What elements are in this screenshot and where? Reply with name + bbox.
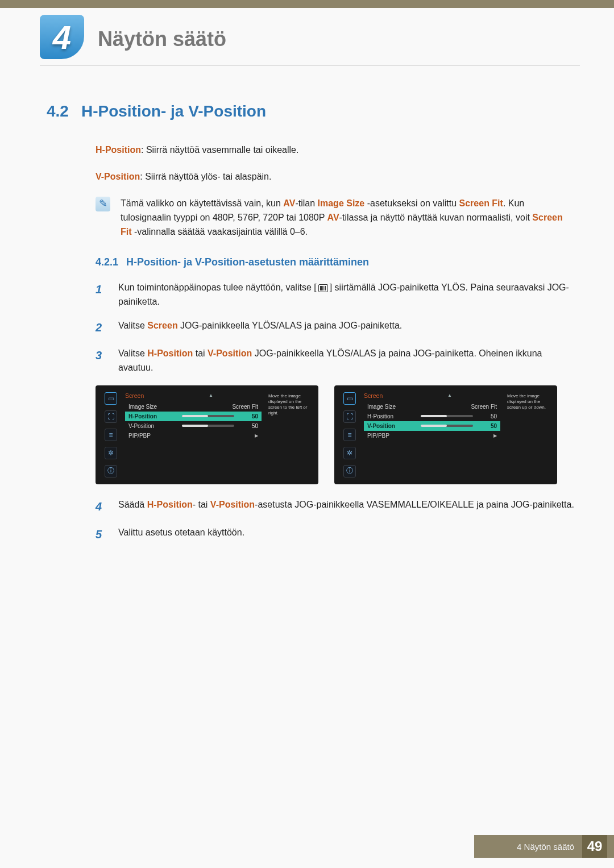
list-icon: ≡ (105, 429, 117, 441)
resize-icon: ⛶ (105, 410, 117, 423)
up-arrow-icon: ▲ (209, 393, 213, 398)
osd-screenshots: ▭ ⛶ ≡ ✲ ⓘ Screen▲ Image SizeScreen Fit H… (96, 385, 574, 484)
right-arrow-icon: ▶ (255, 433, 258, 438)
osd-vposition: ▭ ⛶ ≡ ✲ ⓘ Screen▲ Image SizeScreen Fit H… (334, 385, 557, 484)
footer-label: 4 Näytön säätö (517, 842, 574, 852)
menu-row-vposition: V-Position50 (364, 421, 500, 431)
resize-icon: ⛶ (343, 410, 356, 423)
hpos-description: H-Position: Siirrä näyttöä vasemmalle ta… (96, 143, 574, 156)
step-5: 5 Valittu asetus otetaan käyttöön. (96, 526, 574, 543)
monitor-icon: ▭ (105, 392, 117, 405)
menu-row-hposition: H-Position50 (125, 412, 262, 421)
page-body: 4.2H-Position- ja V-Position H-Position:… (47, 102, 574, 823)
osd-description: Move the image displayed on the screen u… (506, 392, 550, 477)
page-footer: 4 Näytön säätö 49 (474, 835, 614, 858)
osd-sidebar: ▭ ⛶ ≡ ✲ ⓘ (341, 392, 358, 477)
page-header: 4 Näytön säätö (40, 15, 580, 66)
step-3: 3 Valitse H-Position tai V-Position JOG-… (96, 347, 574, 375)
chapter-number: 4 (40, 15, 84, 59)
note-icon: ✎ (96, 197, 110, 211)
section-heading: 4.2H-Position- ja V-Position (47, 102, 574, 121)
gear-icon: ✲ (105, 447, 117, 459)
osd-description: Move the image displayed on the screen t… (267, 392, 312, 477)
vpos-description: V-Position: Siirrä näyttöä ylös- tai ala… (96, 170, 574, 183)
chapter-badge: 4 (40, 15, 84, 59)
osd-main: Screen▲ Image SizeScreen Fit H-Position5… (364, 392, 500, 477)
info-icon: ⓘ (105, 465, 117, 477)
chapter-title: Näytön säätö (40, 15, 580, 51)
note-text: Tämä valikko on käytettävissä vain, kun … (121, 197, 574, 239)
info-note: ✎ Tämä valikko on käytettävissä vain, ku… (96, 197, 574, 239)
gear-icon: ✲ (343, 447, 356, 459)
section-title: H-Position- ja V-Position (81, 102, 266, 120)
subsection-heading: 4.2.1H-Position- ja V-Position-asetusten… (96, 256, 574, 268)
monitor-icon: ▭ (343, 392, 356, 405)
footer-page-number: 49 (582, 835, 607, 858)
step-2: 2 Valitse Screen JOG-painikkeella YLÖS/A… (96, 319, 574, 337)
step-4: 4 Säädä H-Position- tai V-Position-asetu… (96, 498, 574, 516)
menu-icon (318, 284, 328, 292)
osd-hposition: ▭ ⛶ ≡ ✲ ⓘ Screen▲ Image SizeScreen Fit H… (96, 385, 318, 484)
steps-list: 1 Kun toimintonäppäinopas tulee näyttöön… (96, 281, 574, 375)
step-1: 1 Kun toimintonäppäinopas tulee näyttöön… (96, 281, 574, 309)
right-arrow-icon: ▶ (493, 433, 497, 438)
menu-row-image-size: Image SizeScreen Fit (364, 402, 500, 412)
osd-sidebar: ▭ ⛶ ≡ ✲ ⓘ (102, 392, 119, 477)
menu-row-hposition: H-Position50 (364, 412, 500, 421)
section-number: 4.2 (47, 102, 69, 120)
menu-row-pip: PIP/PBP▶ (364, 431, 500, 441)
info-icon: ⓘ (343, 465, 356, 477)
osd-main: Screen▲ Image SizeScreen Fit H-Position5… (125, 392, 262, 477)
list-icon: ≡ (343, 429, 356, 441)
steps-list-2: 4 Säädä H-Position- tai V-Position-asetu… (96, 498, 574, 543)
top-band (0, 0, 614, 8)
menu-row-image-size: Image SizeScreen Fit (125, 402, 262, 412)
menu-row-pip: PIP/PBP▶ (125, 431, 262, 441)
up-arrow-icon: ▲ (447, 393, 452, 398)
menu-row-vposition: V-Position50 (125, 421, 262, 431)
